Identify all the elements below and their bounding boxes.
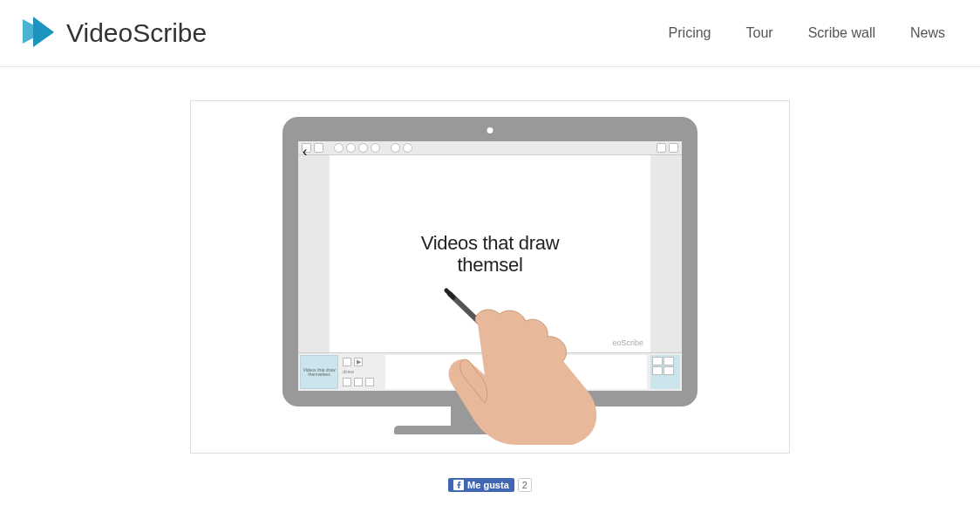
timeline-tools xyxy=(650,355,680,389)
timeline-controls: ▶ draw xyxy=(340,353,384,391)
canvas-watermark: eoScribe xyxy=(612,338,643,347)
social-bar: Me gusta 2 xyxy=(448,478,532,492)
text-icon[interactable] xyxy=(346,143,356,153)
timeline-track[interactable] xyxy=(385,355,647,389)
logo-play-icon xyxy=(17,16,56,51)
content: ‹ xyxy=(0,67,980,492)
timeline-play-icon[interactable]: ▶ xyxy=(354,358,363,366)
back-icon[interactable]: ‹ xyxy=(302,143,311,153)
timeline-thumb[interactable]: Videos that draw themselves xyxy=(300,355,338,389)
camera-dot-icon xyxy=(487,127,493,133)
fb-like-count: 2 xyxy=(518,478,532,492)
copy-icon[interactable] xyxy=(664,357,674,365)
music-icon[interactable] xyxy=(358,143,368,153)
logo-text: VideoScribe xyxy=(66,18,207,48)
canvas-right-margin xyxy=(650,155,682,352)
export-icon[interactable] xyxy=(669,143,678,153)
cut-icon[interactable] xyxy=(652,357,663,365)
fb-like-button[interactable]: Me gusta xyxy=(448,478,514,492)
timeline: Videos that draw themselves ▶ draw xyxy=(298,352,682,391)
monitor-base xyxy=(394,426,586,434)
main-nav: Pricing Tour Scribe wall News xyxy=(669,25,945,41)
nav-tour[interactable]: Tour xyxy=(746,25,773,41)
nav-scribe-wall[interactable]: Scribe wall xyxy=(808,25,875,41)
timeline-clip-icon[interactable] xyxy=(343,358,351,366)
delete-icon[interactable] xyxy=(664,366,674,375)
mic-icon[interactable] xyxy=(371,143,380,153)
preview-icon[interactable] xyxy=(657,143,666,153)
app-screen: ‹ xyxy=(298,141,682,391)
canvas-area: Videos that draw themsel eoScribe xyxy=(298,155,682,352)
monitor-stand xyxy=(451,405,529,427)
save-icon[interactable] xyxy=(314,143,323,153)
paper-icon[interactable] xyxy=(403,143,412,153)
nav-news[interactable]: News xyxy=(910,25,945,41)
canvas[interactable]: Videos that draw themsel eoScribe xyxy=(330,155,650,352)
monitor: ‹ xyxy=(282,117,698,406)
hero-frame: ‹ xyxy=(190,100,790,454)
monitor-wrap: ‹ xyxy=(282,117,698,438)
paste-icon[interactable] xyxy=(652,366,663,375)
hand-icon[interactable] xyxy=(391,143,400,153)
app-toolbar: ‹ xyxy=(298,141,682,155)
canvas-left-margin xyxy=(298,155,330,352)
image-icon[interactable] xyxy=(334,143,344,153)
fb-like-label: Me gusta xyxy=(467,480,509,490)
logo[interactable]: VideoScribe xyxy=(17,16,207,51)
timeline-loop-icon[interactable] xyxy=(354,378,363,386)
nav-pricing[interactable]: Pricing xyxy=(669,25,711,41)
header: VideoScribe Pricing Tour Scribe wall New… xyxy=(0,0,980,67)
timeline-etc-icon[interactable] xyxy=(365,378,374,386)
timeline-eye-icon[interactable] xyxy=(343,378,351,386)
canvas-text: Videos that draw themsel xyxy=(421,232,560,277)
facebook-icon xyxy=(453,480,464,490)
